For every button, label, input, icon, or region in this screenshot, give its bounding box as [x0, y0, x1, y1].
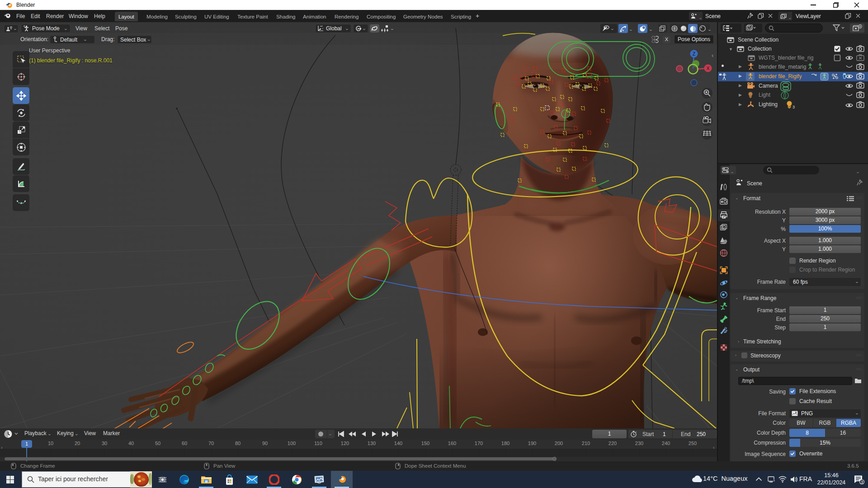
svg-text:Z: Z — [693, 52, 695, 56]
svg-text:3: 3 — [861, 480, 863, 484]
svg-text:X: X — [707, 66, 710, 71]
svg-text:3: 3 — [793, 105, 795, 109]
